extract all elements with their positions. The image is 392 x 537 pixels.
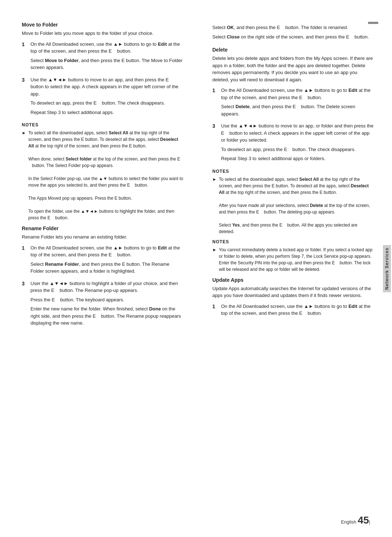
sidebar-label: Network Services	[383, 245, 391, 292]
delete-step-3-sub-2: Repeat Step 3 to select additional apps …	[221, 155, 374, 162]
move-note-1-content: To select all the downloaded apps, selec…	[28, 130, 183, 221]
decorative-bar	[368, 22, 378, 24]
rename-folder-intro: Rename Folder lets you rename an existin…	[22, 233, 183, 241]
delete-notes-title-1: NOTES	[212, 169, 374, 174]
move-to-folder-title: Move to Folder	[22, 22, 183, 28]
update-apps-title: Update Apps	[212, 277, 374, 283]
rename-step-1: 1 On the All Downloaded screen, use the …	[22, 244, 183, 277]
move-notes-title: NOTES	[22, 122, 183, 127]
delete-step-3-sub-1: To deselect an app, press the E button. …	[221, 146, 374, 153]
rename-step-1-content: On the All Downloaded screen, use the ▲►…	[30, 244, 183, 277]
left-column: Move to Folder Move to Folder lets you m…	[22, 22, 191, 515]
delete-notes-block-1: NOTES ► To select all the downloaded app…	[212, 169, 374, 235]
rename-step-3-sub-1: Press the E button. The keyboard appears…	[30, 296, 183, 304]
delete-step-num-1: 1	[212, 87, 219, 119]
rename-step-3-sub-2: Enter the new name for the folder. When …	[30, 305, 183, 327]
note-bullet-1: ►	[22, 130, 27, 221]
sidebar: Network Services	[382, 0, 392, 537]
delete-step-3-content: Use the ▲▼◄► buttons to move to an app, …	[221, 122, 374, 164]
delete-intro: Delete lets you delete apps and folders …	[212, 55, 374, 83]
delete-notes-block-2: NOTES ► You cannot immediately delete a …	[212, 239, 374, 273]
delete-step-1-content: On the All Downloaded screen, use the ▲►…	[221, 87, 374, 119]
step-3-sub-1: To deselect an app, press the E button. …	[30, 99, 183, 107]
move-step-3: 3 Use the ▲▼◄► buttons to move to an app…	[22, 76, 183, 118]
delete-step-1: 1 On the All Downloaded screen, use the …	[212, 87, 374, 119]
move-note-1: ► To select all the downloaded apps, sel…	[22, 130, 183, 221]
step-num-1: 1	[22, 41, 28, 73]
section-rename-folder: Rename Folder Rename Folder lets you ren…	[22, 225, 183, 329]
delete-note-bullet-1: ►	[212, 176, 217, 235]
rename-cont-sub-2: Select Close on the right side of the sc…	[212, 33, 374, 41]
step-num-3: 3	[22, 76, 28, 118]
move-to-folder-intro: Move to Folder lets you move apps to the…	[22, 30, 183, 37]
rename-folder-title: Rename Folder	[22, 225, 183, 231]
delete-note-1-content: To select all the downloaded apps, selec…	[219, 176, 374, 235]
page-footer: English 45|	[341, 514, 370, 526]
rename-step-1-sub-1: Select Rename Folder, and then press the…	[30, 261, 183, 275]
section-delete: Delete Delete lets you delete apps and f…	[212, 47, 374, 273]
footer-lang: English	[341, 519, 356, 525]
rename-step-3-content: User the ▲▼◄► buttons to highlight a fol…	[30, 280, 183, 329]
delete-note-2: ► You cannot immediately delete a locked…	[212, 247, 374, 273]
delete-note-1: ► To select all the downloaded apps, sel…	[212, 176, 374, 235]
step-1-sub-1: Select Move to Folder, and then press th…	[30, 57, 183, 71]
rename-cont-sub-1: Select OK, and then press the E button. …	[212, 24, 374, 31]
step-3-sub-2: Repeat Step 3 to select additional apps.	[30, 109, 183, 116]
step-1-content: On the All Downloaded screen, use the ▲►…	[30, 41, 183, 73]
rename-step-num-3: 3	[22, 280, 28, 329]
page-container: Move to Folder Move to Folder lets you m…	[0, 0, 392, 537]
move-notes-block: NOTES ► To select all the downloaded app…	[22, 122, 183, 221]
move-step-1: 1 On the All Downloaded screen, use the …	[22, 41, 183, 73]
delete-step-3: 3 Use the ▲▼◄► buttons to move to an app…	[212, 122, 374, 164]
delete-note-bullet-2: ►	[212, 247, 217, 273]
update-apps-intro: Update Apps automatically searches the I…	[212, 285, 374, 299]
update-step-1-content: On the All Downloaded screen, use the ▲►…	[221, 303, 374, 317]
update-step-num-1: 1	[212, 303, 219, 317]
rename-step-num-1: 1	[22, 244, 28, 277]
delete-title: Delete	[212, 47, 374, 53]
main-content: Move to Folder Move to Folder lets you m…	[0, 0, 392, 537]
section-move-to-folder: Move to Folder Move to Folder lets you m…	[22, 22, 183, 221]
delete-step-num-3: 3	[212, 122, 219, 164]
delete-note-2-content: You cannot immediately delete a locked a…	[219, 247, 374, 273]
right-column: Select OK, and then press the E button. …	[205, 22, 374, 515]
delete-step-1-sub-1: Select Delete, and then press the E butt…	[221, 103, 374, 117]
delete-notes-title-2: NOTES	[212, 239, 374, 244]
update-step-1: 1 On the All Downloaded screen, use the …	[212, 303, 374, 317]
rename-continuation: Select OK, and then press the E button. …	[212, 24, 374, 40]
footer-page: 45	[358, 514, 369, 526]
step-3-content: Use the ▲▼◄► buttons to move to an app, …	[30, 76, 183, 118]
rename-step-3: 3 User the ▲▼◄► buttons to highlight a f…	[22, 280, 183, 329]
section-update-apps: Update Apps Update Apps automatically se…	[212, 277, 374, 317]
